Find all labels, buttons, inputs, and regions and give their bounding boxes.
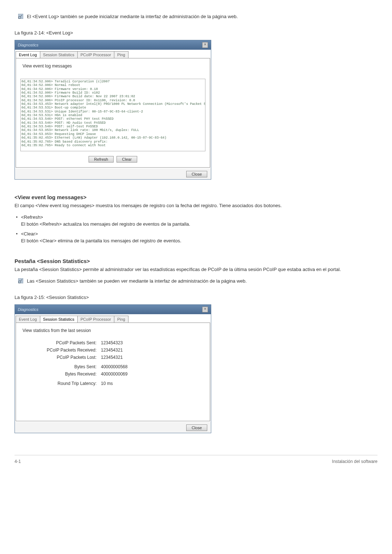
- tab-pcoip-processor[interactable]: PCoIP Processor: [77, 51, 114, 58]
- stat-label: PCoIP Packets Lost:: [31, 355, 101, 360]
- table-row: PCoIP Packets Sent: 123454323: [31, 340, 205, 345]
- stat-value: 10 ms: [101, 381, 113, 386]
- tab-panel-session-statistics: View statistics from the last session PC…: [16, 323, 210, 421]
- paragraph-view-event-log: El campo <View event log messages> muest…: [15, 202, 377, 209]
- close-icon[interactable]: ×: [202, 307, 208, 312]
- tab-event-log[interactable]: Event Log: [16, 316, 40, 323]
- dialog-title: Diagnostics: [18, 307, 38, 312]
- heading-session-statistics: Pestaña <Session Statistics>: [15, 258, 377, 264]
- stats-table: PCoIP Packets Sent: 123454323 PCoIP Pack…: [31, 340, 205, 386]
- diagnostics-dialog-event-log: Diagnostics × Event Log Session Statisti…: [15, 40, 211, 180]
- stat-value: 123454321: [101, 355, 123, 360]
- tab-event-log[interactable]: Event Log: [16, 51, 40, 58]
- info-icon: [18, 278, 23, 283]
- dialog-titlebar: Diagnostics ×: [15, 305, 211, 314]
- table-row: PCoIP Packets Lost: 123454321: [31, 355, 205, 360]
- figure-caption-1: La figura 2-14: <Event Log>: [15, 30, 377, 36]
- panel-label: View event log messages: [23, 63, 205, 69]
- footer-title: Instalación del software: [332, 459, 377, 464]
- list-item-sub: El botón <Refresh> actualiza los mensaje…: [21, 221, 377, 227]
- stat-label: PCoIP Packets Sent:: [31, 340, 101, 345]
- clear-button[interactable]: Clear: [117, 156, 137, 163]
- close-icon[interactable]: ×: [202, 42, 208, 48]
- table-row: Bytes Received: 40000000069: [31, 372, 205, 377]
- refresh-button[interactable]: Refresh: [89, 156, 114, 163]
- stat-value: 123454323: [101, 340, 123, 345]
- diagnostics-dialog-session-statistics: Diagnostics × Event Log Session Statisti…: [15, 304, 211, 433]
- tab-session-statistics[interactable]: Session Statistics: [40, 316, 78, 323]
- info-note-2: Las <Session Statistics> también se pued…: [18, 278, 377, 284]
- table-row: Bytes Sent: 40000000568: [31, 364, 205, 369]
- table-row: Round Trip Latency: 10 ms: [31, 381, 205, 386]
- dialog-titlebar: Diagnostics ×: [15, 40, 211, 50]
- tab-ping[interactable]: Ping: [114, 51, 128, 58]
- panel-label: View statistics from the last session: [23, 328, 205, 333]
- list-item-title: <Refresh>: [21, 214, 43, 220]
- close-button[interactable]: Close: [186, 171, 207, 177]
- table-row: PCoIP Packets Received: 123454321: [31, 348, 205, 353]
- list-item-sub: El botón <Clear> elimina de la pantalla …: [21, 238, 377, 243]
- bullet-list-buttons: <Refresh> El botón <Refresh> actualiza l…: [15, 214, 377, 243]
- stat-label: Bytes Received:: [31, 372, 101, 377]
- heading-view-event-log-messages: <View event log messages>: [15, 194, 377, 200]
- page-number: 4-1: [15, 459, 21, 464]
- close-button[interactable]: Close: [186, 424, 207, 431]
- paragraph-session-statistics: La pestaña <Session Statistics> permite …: [15, 266, 377, 273]
- info-note-1: El <Event Log> también se puede iniciali…: [18, 14, 377, 19]
- stat-value: 40000000069: [101, 372, 127, 377]
- figure-caption-2: La figura 2-15: <Session Statistics>: [15, 295, 377, 300]
- tab-pcoip-processor[interactable]: PCoIP Processor: [77, 316, 114, 323]
- list-item: <Refresh> El botón <Refresh> actualiza l…: [15, 214, 377, 227]
- stat-label: Bytes Sent:: [31, 364, 101, 369]
- stat-label: Round Trip Latency:: [31, 381, 101, 386]
- dialog-title: Diagnostics: [18, 43, 38, 47]
- info-note-text: Las <Session Statistics> también se pued…: [27, 278, 247, 284]
- tab-panel-event-log: View event log messages 0d,01:34:52.906>…: [16, 58, 210, 168]
- stat-label: PCoIP Packets Received:: [31, 348, 101, 353]
- tab-ping[interactable]: Ping: [114, 316, 128, 323]
- event-log-textarea[interactable]: 0d,01:34:52.906> Teradici Corporation (c…: [20, 79, 205, 151]
- tab-strip: Event Log Session Statistics PCoIP Proce…: [16, 51, 210, 58]
- tab-strip: Event Log Session Statistics PCoIP Proce…: [16, 316, 210, 323]
- list-item: <Clear> El botón <Clear> elimina de la p…: [15, 231, 377, 243]
- page-footer: 4-1 Instalación del software: [15, 455, 377, 471]
- tab-session-statistics[interactable]: Session Statistics: [40, 51, 78, 58]
- stat-value: 123454321: [101, 348, 123, 353]
- info-note-text: El <Event Log> también se puede iniciali…: [27, 14, 238, 19]
- stat-value: 40000000568: [101, 364, 127, 369]
- list-item-title: <Clear>: [21, 231, 38, 237]
- info-icon: [18, 14, 23, 19]
